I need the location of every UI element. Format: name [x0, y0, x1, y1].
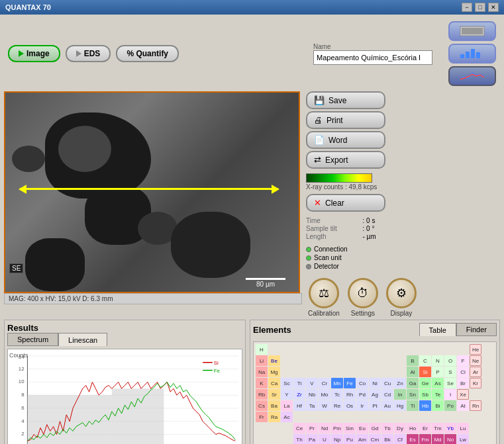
- element-Ca[interactable]: Ca: [268, 378, 280, 388]
- element-Sm[interactable]: Sm: [344, 423, 356, 433]
- element-Li[interactable]: Li: [256, 355, 268, 366]
- element-Cd[interactable]: Cd: [381, 389, 393, 400]
- element-Pd[interactable]: Pd: [356, 389, 368, 400]
- element-Fe[interactable]: Fe: [344, 378, 356, 388]
- element-Bk[interactable]: Bk: [381, 434, 393, 444]
- element-Es[interactable]: Es: [407, 434, 419, 444]
- element-Pu[interactable]: Pu: [344, 434, 356, 444]
- element-Sn[interactable]: Sn: [407, 389, 419, 400]
- element-U[interactable]: U: [319, 434, 330, 444]
- name-input[interactable]: [313, 50, 432, 65]
- element-O[interactable]: O: [444, 355, 456, 366]
- element-Dy[interactable]: Dy: [394, 423, 406, 433]
- display-button[interactable]: ⚙: [386, 278, 417, 308]
- view-button-2[interactable]: [448, 44, 496, 64]
- element-Se[interactable]: Se: [444, 378, 456, 388]
- element-Cs[interactable]: Cs: [256, 400, 268, 411]
- element-At[interactable]: At: [457, 400, 469, 411]
- element-F[interactable]: F: [457, 355, 469, 366]
- element-As[interactable]: As: [432, 378, 444, 388]
- element-Cu[interactable]: Cu: [381, 378, 393, 388]
- element-Th[interactable]: Th: [293, 434, 305, 444]
- element-Zn[interactable]: Zn: [394, 378, 406, 388]
- element-Ag[interactable]: Ag: [369, 389, 381, 400]
- element-He[interactable]: He: [470, 344, 481, 355]
- element-Ac[interactable]: Ac: [281, 412, 293, 422]
- element-Pa[interactable]: Pa: [306, 434, 318, 444]
- element-Pr[interactable]: Pr: [306, 423, 318, 433]
- element-Kr[interactable]: Kr: [470, 378, 481, 388]
- element-H[interactable]: H: [256, 344, 268, 355]
- element-Ra[interactable]: Ra: [268, 412, 280, 422]
- settings-button[interactable]: ⏱: [348, 278, 378, 308]
- element-B[interactable]: B: [407, 355, 419, 366]
- element-Os[interactable]: Os: [344, 400, 356, 411]
- element-Tb[interactable]: Tb: [381, 423, 393, 433]
- element-Mo[interactable]: Mo: [319, 389, 330, 400]
- element-Bi[interactable]: Bi: [432, 400, 444, 411]
- element-Au[interactable]: Au: [381, 400, 393, 411]
- element-Ta[interactable]: Ta: [306, 400, 318, 411]
- element-Lu[interactable]: Lu: [457, 423, 469, 433]
- element-Ce[interactable]: Ce: [293, 423, 305, 433]
- element-Md[interactable]: Md: [432, 434, 444, 444]
- element-In[interactable]: In: [394, 389, 406, 400]
- element-K[interactable]: K: [256, 378, 268, 388]
- word-button[interactable]: 📄 Word: [306, 131, 385, 149]
- element-Ge[interactable]: Ge: [419, 378, 431, 388]
- element-Si[interactable]: Si: [419, 367, 431, 377]
- element-La[interactable]: La: [281, 400, 293, 411]
- element-Ga[interactable]: Ga: [407, 378, 419, 388]
- element-Rb[interactable]: Rb: [256, 389, 268, 400]
- print-button[interactable]: 🖨 Print: [306, 111, 385, 129]
- element-C[interactable]: C: [419, 355, 431, 366]
- element-Ar[interactable]: Ar: [470, 367, 481, 377]
- element-Ni[interactable]: Ni: [369, 378, 381, 388]
- element-Fm[interactable]: Fm: [419, 434, 431, 444]
- element-Lw[interactable]: Lw: [457, 434, 469, 444]
- element-Yb[interactable]: Yb: [444, 423, 456, 433]
- element-Np[interactable]: Np: [331, 434, 343, 444]
- element-Be[interactable]: Be: [268, 355, 280, 366]
- element-Nd[interactable]: Nd: [319, 423, 330, 433]
- element-N[interactable]: N: [432, 355, 444, 366]
- element-Hb[interactable]: Hb: [419, 400, 431, 411]
- element-Zr[interactable]: Zr: [293, 389, 305, 400]
- table-tab[interactable]: Table: [419, 323, 456, 336]
- element-Mn[interactable]: Mn: [331, 378, 343, 388]
- element-Eu[interactable]: Eu: [356, 423, 368, 433]
- linescan-tab[interactable]: Linescan: [58, 333, 107, 346]
- element-Tc[interactable]: Tc: [331, 389, 343, 400]
- element-Te[interactable]: Te: [432, 389, 444, 400]
- element-V[interactable]: V: [306, 378, 318, 388]
- view-button-1[interactable]: [448, 21, 496, 41]
- element-Ir[interactable]: Ir: [356, 400, 368, 411]
- element-Ba[interactable]: Ba: [268, 400, 280, 411]
- element-I[interactable]: I: [444, 389, 456, 400]
- element-Al[interactable]: Al: [407, 367, 419, 377]
- maximize-button[interactable]: □: [475, 3, 485, 12]
- element-Fr[interactable]: Fr: [256, 412, 268, 422]
- element-S[interactable]: S: [444, 367, 456, 377]
- element-Ho[interactable]: Ho: [407, 423, 419, 433]
- element-Re[interactable]: Re: [331, 400, 343, 411]
- element-Po[interactable]: Po: [444, 400, 456, 411]
- element-P[interactable]: P: [432, 367, 444, 377]
- element-Tm[interactable]: Tm: [432, 423, 444, 433]
- calibration-button[interactable]: ⚖: [309, 278, 339, 308]
- element-Tl[interactable]: Tl: [407, 400, 419, 411]
- element-Cm[interactable]: Cm: [369, 434, 381, 444]
- element-Hg[interactable]: Hg: [394, 400, 406, 411]
- export-button[interactable]: ⇄ Export: [306, 151, 385, 169]
- quantify-button[interactable]: % Quantify: [116, 45, 179, 62]
- close-button[interactable]: ✕: [488, 3, 499, 12]
- image-button[interactable]: Image: [8, 45, 60, 62]
- save-button[interactable]: 💾 Save: [306, 91, 385, 109]
- spectrum-tab[interactable]: Spectrum: [7, 333, 58, 346]
- element-Xe[interactable]: Xe: [457, 389, 469, 400]
- element-Rh[interactable]: Rh: [344, 389, 356, 400]
- element-Pm[interactable]: Pm: [331, 423, 343, 433]
- minimize-button[interactable]: −: [462, 3, 472, 12]
- element-Gd[interactable]: Gd: [369, 423, 381, 433]
- element-W[interactable]: W: [319, 400, 330, 411]
